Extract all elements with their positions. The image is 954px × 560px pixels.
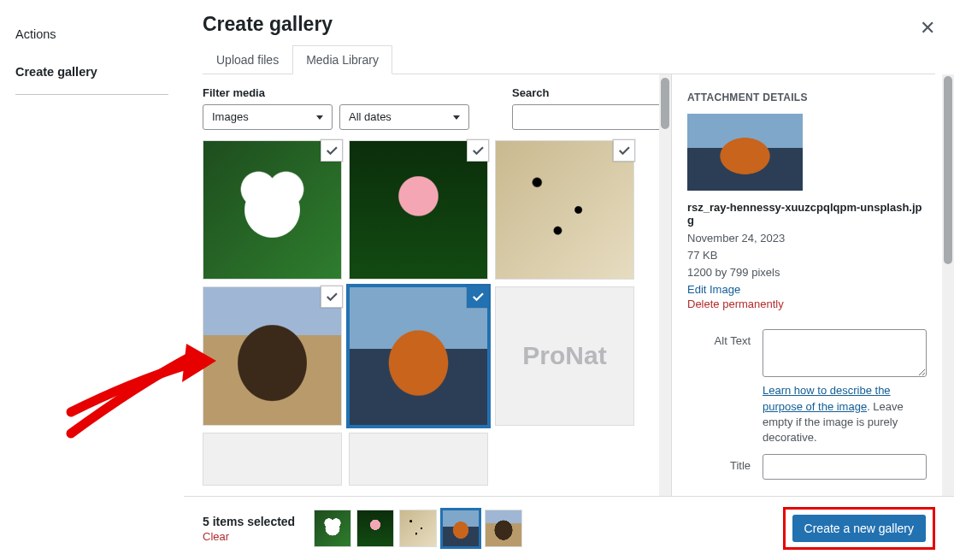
media-thumb-bison[interactable] <box>203 286 342 426</box>
sidebar-item-create-gallery[interactable]: Create gallery <box>15 56 168 95</box>
strip-thumb-bison[interactable] <box>485 510 522 547</box>
edit-image-link[interactable]: Edit Image <box>687 283 927 296</box>
attachment-details-panel: ATTACHMENT DETAILS rsz_ray-hennessy-xuuz… <box>671 74 942 496</box>
attachment-preview <box>687 114 803 191</box>
strip-thumb-panda[interactable] <box>314 510 351 547</box>
media-thumb-placeholder[interactable] <box>203 433 342 486</box>
attachment-scrollbar[interactable] <box>942 74 954 496</box>
create-button-highlight: Create a new gallery <box>783 507 935 550</box>
selection-strip <box>314 510 522 547</box>
search-input[interactable] <box>512 104 664 130</box>
alt-text-label: Alt Text <box>687 329 763 347</box>
attachment-filename: rsz_ray-hennessy-xuuzcpqlqpm-unsplash.jp… <box>687 201 927 227</box>
check-icon[interactable] <box>321 286 343 308</box>
title-label: Title <box>687 454 763 472</box>
check-icon[interactable] <box>467 286 489 308</box>
alt-text-helper: Learn how to describe the purpose of the… <box>763 383 927 445</box>
media-thumb-placeholder[interactable]: ProNat <box>495 286 634 426</box>
attachment-date: November 24, 2023 <box>687 230 927 247</box>
check-icon[interactable] <box>321 139 343 162</box>
clear-selection-link[interactable]: Clear <box>203 530 295 543</box>
strip-thumb-leopard[interactable] <box>399 510 437 547</box>
page-title: Create gallery <box>203 12 935 38</box>
filter-media-type-select[interactable]: Images <box>203 104 333 130</box>
strip-thumb-fox[interactable] <box>442 510 480 547</box>
attachment-heading: ATTACHMENT DETAILS <box>687 91 927 103</box>
tab-media-library[interactable]: Media Library <box>292 45 392 74</box>
media-thumb-panda[interactable] <box>203 140 342 280</box>
media-scrollbar[interactable] <box>659 74 671 496</box>
strip-thumb-flamingo[interactable] <box>356 510 394 547</box>
delete-permanently-link[interactable]: Delete permanently <box>687 298 927 310</box>
media-thumb-fox[interactable] <box>349 286 488 426</box>
media-thumb-leopard[interactable] <box>495 140 634 280</box>
attachment-dimensions: 1200 by 799 pixels <box>687 264 927 281</box>
left-sidebar: Actions Create gallery <box>0 0 184 560</box>
title-input[interactable] <box>763 454 927 480</box>
search-label: Search <box>512 86 664 99</box>
attachment-size: 77 KB <box>687 247 927 264</box>
footer-toolbar: 5 items selected Clear Create a new gall… <box>184 496 954 560</box>
sidebar-item-actions[interactable]: Actions <box>15 19 168 56</box>
media-browser: Filter media Images All dates Search <box>184 74 671 496</box>
check-icon[interactable] <box>467 139 489 162</box>
check-icon[interactable] <box>613 139 635 162</box>
tabs: Upload files Media Library <box>203 44 935 74</box>
filter-media-label: Filter media <box>203 86 469 99</box>
media-thumb-placeholder[interactable] <box>349 433 488 486</box>
alt-text-input[interactable] <box>763 329 927 377</box>
filter-date-select[interactable]: All dates <box>339 104 469 130</box>
selection-count: 5 items selected <box>203 515 295 528</box>
media-grid: ProNat <box>203 140 647 486</box>
create-new-gallery-button[interactable]: Create a new gallery <box>792 515 926 542</box>
tab-upload-files[interactable]: Upload files <box>203 45 292 74</box>
media-thumb-flamingo[interactable] <box>349 140 488 280</box>
close-icon[interactable]: ✕ <box>920 17 935 39</box>
